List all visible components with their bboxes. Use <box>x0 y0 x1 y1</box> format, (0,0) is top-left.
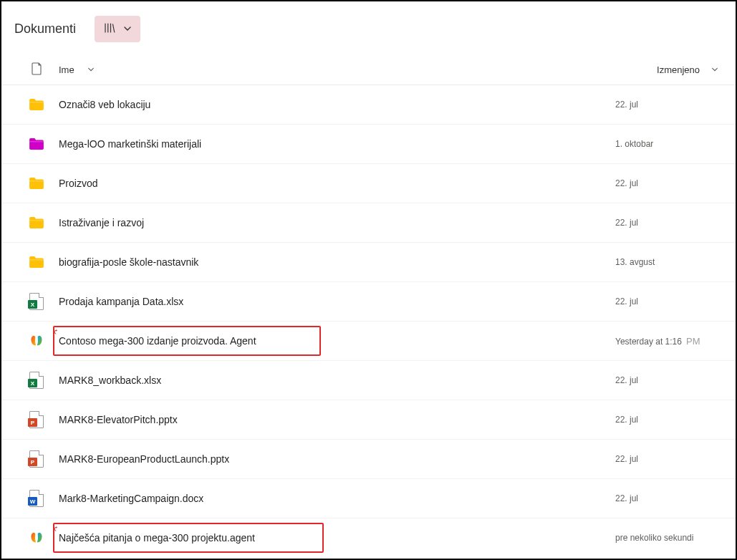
item-date-cell: 22. jul <box>615 493 723 503</box>
library-icon <box>103 21 116 37</box>
column-header-name[interactable]: Ime <box>59 64 615 75</box>
list-item[interactable]: ⤾ Contoso mega-300 izdanje proizvoda. Ag… <box>1 322 736 361</box>
item-icon-cell <box>14 137 59 150</box>
item-name-cell[interactable]: Označi8 veb lokaciju <box>59 99 615 110</box>
item-modified: Yesterday at 1:16 <box>615 337 682 347</box>
column-header-modified[interactable]: Izmenjeno <box>615 64 723 75</box>
item-icon-cell: W <box>14 490 59 507</box>
library-title: Dokumenti <box>14 21 76 37</box>
item-modified: 22. jul <box>615 493 638 503</box>
item-name: Najčešća pitanja o mega-300 projektu.age… <box>59 532 255 544</box>
item-date-cell: 22. jul <box>615 296 723 306</box>
item-icon-cell <box>14 98 59 111</box>
header-bar: Dokumenti <box>1 1 736 55</box>
column-header-name-label: Ime <box>59 64 74 75</box>
item-icon-cell <box>14 530 59 546</box>
item-icon-cell: P <box>14 411 59 428</box>
powerpoint-file-icon: P <box>29 411 44 428</box>
item-date-cell: 22. jul <box>615 415 723 425</box>
folder-icon <box>29 137 44 150</box>
item-date-cell: 22. jul <box>615 454 723 464</box>
item-modified: 22. jul <box>615 296 638 306</box>
item-name-cell[interactable]: biografija-posle škole-nastavnik <box>59 256 615 268</box>
item-name: MARK8-ElevatorPitch.pptx <box>59 414 178 425</box>
list-item[interactable]: ⤾ Najčešća pitanja o mega-300 projektu.a… <box>1 518 736 558</box>
folder-icon <box>29 216 44 229</box>
item-date-cell: 22. jul <box>615 100 723 110</box>
item-modified: 22. jul <box>615 454 638 464</box>
item-name: Proizvod <box>59 178 97 189</box>
item-modified: pre nekoliko sekundi <box>615 533 693 543</box>
list-item[interactable]: W Mark8-MarketingCampaign.docx 22. jul <box>1 479 736 518</box>
list-item[interactable]: P MARK8-ElevatorPitch.pptx 22. jul <box>1 400 736 440</box>
item-date-cell: 13. avgust <box>615 257 723 267</box>
item-name-cell[interactable]: Mark8-MarketingCampaign.docx <box>59 493 615 504</box>
column-header-type[interactable] <box>14 62 59 77</box>
chevron-down-icon <box>704 64 718 75</box>
chevron-down-icon <box>123 24 132 35</box>
item-name-cell[interactable]: Mega-lOO marketinški materijali <box>59 138 615 150</box>
item-name: MARK8_workback.xlsx <box>59 375 161 386</box>
excel-file-icon: X <box>29 293 44 310</box>
item-name: Contoso mega-300 izdanje proizvoda. Agen… <box>59 335 256 347</box>
list-item[interactable]: Označi8 veb lokaciju 22. jul <box>1 85 736 125</box>
folder-icon <box>29 98 44 111</box>
folder-icon <box>29 256 44 269</box>
item-name-cell[interactable]: MARK8-ElevatorPitch.pptx <box>59 414 615 425</box>
item-name-cell[interactable]: ⤾ Contoso mega-300 izdanje proizvoda. Ag… <box>59 335 615 347</box>
excel-file-icon: X <box>29 372 44 389</box>
copilot-icon <box>29 530 44 546</box>
item-name: Prodaja kampanja Data.xlsx <box>59 296 183 307</box>
list-item[interactable]: X Prodaja kampanja Data.xlsx 22. jul <box>1 282 736 322</box>
item-icon-cell <box>14 333 59 349</box>
item-name-cell[interactable]: Istraživanje i razvoj <box>59 217 615 228</box>
item-name: Istraživanje i razvoj <box>59 217 144 228</box>
item-name: MARK8-EuropeanProductLaunch.pptx <box>59 453 229 465</box>
list-item[interactable]: biografija-posle škole-nastavnik 13. avg… <box>1 243 736 282</box>
list-item[interactable]: Istraživanje i razvoj 22. jul <box>1 203 736 243</box>
item-date-cell: 1. oktobar <box>615 139 723 149</box>
chevron-down-icon <box>80 64 95 75</box>
item-name-cell[interactable]: MARK8-EuropeanProductLaunch.pptx <box>59 453 615 465</box>
file-list: Označi8 veb lokaciju 22. jul Mega-lOO ma… <box>1 85 736 558</box>
item-icon-cell <box>14 216 59 229</box>
item-modified: 22. jul <box>615 100 638 110</box>
item-date-cell: pre nekoliko sekundi <box>615 533 723 543</box>
item-name-cell[interactable]: MARK8_workback.xlsx <box>59 375 615 386</box>
svg-line-3 <box>113 24 115 32</box>
item-modified: 22. jul <box>615 375 638 385</box>
item-name-cell[interactable]: Proizvod <box>59 178 615 189</box>
item-name-cell[interactable]: ⤾ Najčešća pitanja o mega-300 projektu.a… <box>59 532 615 544</box>
column-header-modified-label: Izmenjeno <box>657 64 700 75</box>
word-file-icon: W <box>29 490 44 507</box>
file-icon <box>32 62 42 77</box>
item-icon-cell <box>14 177 59 190</box>
copilot-icon <box>29 333 44 349</box>
folder-icon <box>29 177 44 190</box>
item-name-cell[interactable]: Prodaja kampanja Data.xlsx <box>59 296 615 307</box>
item-date-cell: Yesterday at 1:16PM <box>615 336 723 347</box>
item-icon-cell: X <box>14 293 59 310</box>
item-name: biografija-posle škole-nastavnik <box>59 256 198 268</box>
item-icon-cell: P <box>14 450 59 468</box>
item-modified: 1. oktobar <box>615 139 653 149</box>
powerpoint-file-icon: P <box>29 450 44 468</box>
item-icon-cell: X <box>14 372 59 389</box>
item-name: Mark8-MarketingCampaign.docx <box>59 493 203 504</box>
item-name: Mega-lOO marketinški materijali <box>59 138 201 150</box>
list-item[interactable]: Mega-lOO marketinški materijali 1. oktob… <box>1 125 736 164</box>
item-date-cell: 22. jul <box>615 178 723 188</box>
list-item[interactable]: P MARK8-EuropeanProductLaunch.pptx 22. j… <box>1 440 736 479</box>
column-header-row: Ime Izmenjeno <box>1 55 736 85</box>
list-item[interactable]: Proizvod 22. jul <box>1 164 736 203</box>
item-modified: 22. jul <box>615 415 638 425</box>
item-modified: 22. jul <box>615 218 638 228</box>
item-date-cell: 22. jul <box>615 375 723 385</box>
view-selector-button[interactable] <box>95 16 140 42</box>
item-modified: 13. avgust <box>615 257 655 267</box>
item-modified: 22. jul <box>615 178 638 188</box>
list-item[interactable]: X MARK8_workback.xlsx 22. jul <box>1 361 736 400</box>
item-name: Označi8 veb lokaciju <box>59 99 150 110</box>
item-date-cell: 22. jul <box>615 218 723 228</box>
item-icon-cell <box>14 256 59 269</box>
